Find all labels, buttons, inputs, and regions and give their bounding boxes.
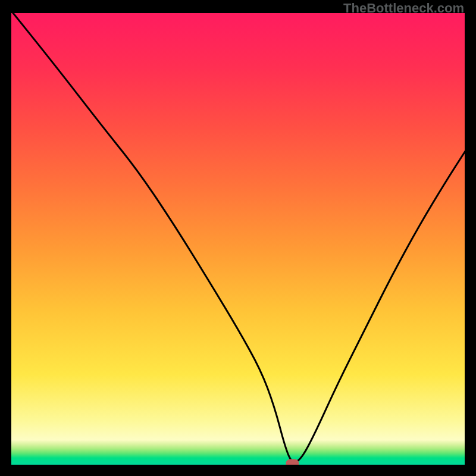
svg-rect-0: [11, 13, 465, 465]
svg-rect-1: [286, 459, 299, 465]
bottleneck-chart: [11, 13, 465, 465]
chart-plot-area: [11, 13, 465, 465]
watermark-label: TheBottleneck.com: [343, 1, 464, 16]
chart-frame: TheBottleneck.com: [0, 0, 476, 476]
